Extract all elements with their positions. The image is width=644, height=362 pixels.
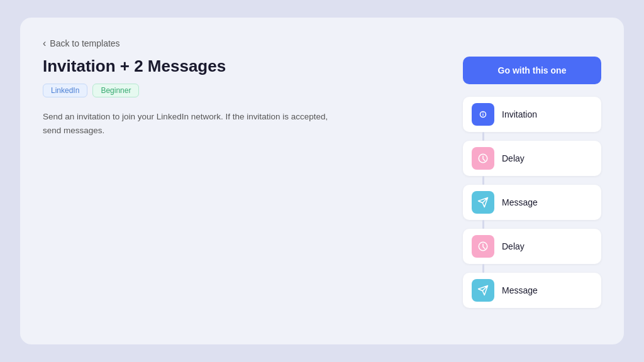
step-item-delay1: Delay [463,141,601,185]
connector [482,176,484,185]
message-icon-1 [472,191,494,214]
step-card: Delay [463,229,601,264]
connector [482,132,484,141]
tags-container: LinkedIn Beginner [43,84,438,97]
step-item-message2: Message [463,273,601,308]
delay-icon-1 [472,147,494,170]
step-label-delay2: Delay [502,241,525,251]
left-panel: Invitation + 2 Messages LinkedIn Beginne… [43,57,438,324]
back-link[interactable]: ‹ Back to templates [43,38,601,49]
step-label-delay1: Delay [502,153,525,163]
step-card: Invitation [463,97,601,132]
message-icon-2 [472,279,494,302]
description-text: Send an invitation to join your LinkedIn… [43,110,345,137]
template-modal: ‹ Back to templates Invitation + 2 Messa… [20,18,624,344]
tag-linkedin: LinkedIn [43,84,87,97]
step-label-message2: Message [502,285,538,295]
right-panel: Go with this one Invitation [463,57,601,324]
step-label-invitation: Invitation [502,109,537,119]
back-arrow-icon: ‹ [43,38,46,49]
step-card: Delay [463,141,601,176]
step-item-invitation: Invitation [463,97,601,141]
go-with-this-button[interactable]: Go with this one [463,57,601,84]
invitation-icon [472,103,494,126]
back-link-label: Back to templates [50,38,119,48]
main-content: Invitation + 2 Messages LinkedIn Beginne… [43,57,601,324]
tag-beginner: Beginner [92,84,139,97]
delay-icon-2 [472,235,494,258]
step-item-delay2: Delay [463,229,601,273]
page-title: Invitation + 2 Messages [43,57,438,76]
step-card: Message [463,185,601,220]
connector [482,220,484,229]
connector [482,264,484,273]
steps-list: Invitation Delay [463,97,601,308]
step-card: Message [463,273,601,308]
step-item-message1: Message [463,185,601,229]
step-label-message1: Message [502,197,538,207]
